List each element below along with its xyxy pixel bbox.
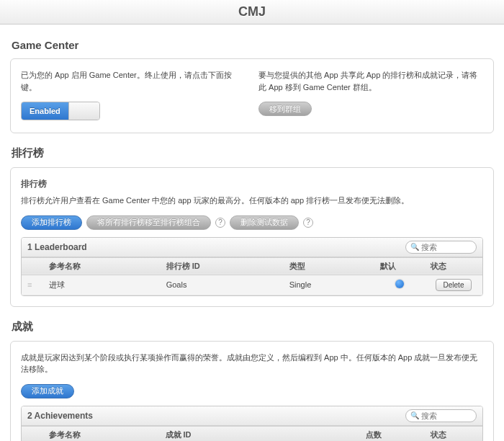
delete-test-data-button[interactable]: 删除测试数据 — [230, 215, 299, 230]
move-all-to-combo-button[interactable]: 将所有排行榜移至排行榜组合 — [86, 215, 211, 230]
achievements-search[interactable]: 🔍 — [405, 409, 477, 422]
gamecenter-panel: 已为您的 App 启用 Game Center。终止使用，请点击下面按键。 En… — [10, 58, 494, 133]
default-radio-icon[interactable] — [395, 280, 404, 288]
achievements-section-title: 成就 — [12, 320, 494, 334]
gamecenter-left-col: 已为您的 App 启用 Game Center。终止使用，请点击下面按键。 En… — [21, 69, 246, 122]
lb-col-default: 默认 — [374, 257, 425, 275]
help-icon[interactable]: ? — [215, 218, 225, 228]
lb-col-type: 类型 — [284, 257, 374, 275]
page-title: CMJ — [0, 4, 504, 19]
leaderboards-table-title: 1 Leaderboard — [27, 242, 87, 252]
header-bar: CMJ — [0, 0, 504, 24]
achievements-panel-desc: 成就是玩家因达到某个阶段或执行某项操作而赢得的荣誉。成就由您定义，然后编程到 A… — [21, 352, 483, 375]
page-content: Game Center 已为您的 App 启用 Game Center。终止使用… — [0, 24, 504, 441]
leaderboards-button-row: 添加排行榜 将所有排行榜移至排行榜组合 ? 删除测试数据 ? — [21, 215, 483, 230]
achievements-panel: 成就是玩家因达到某个阶段或执行某项操作而赢得的荣誉。成就由您定义，然后编程到 A… — [10, 341, 494, 442]
gamecenter-section-title: Game Center — [12, 39, 494, 51]
toggle-enabled-label: Enabled — [22, 102, 68, 120]
table-row[interactable]: ≡ 进球 Goals Single Delete — [22, 275, 482, 295]
leaderboards-section-title: 排行榜 — [12, 146, 494, 160]
delete-button[interactable]: Delete — [436, 279, 472, 291]
gamecenter-left-desc: 已为您的 App 启用 Game Center。终止使用，请点击下面按键。 — [21, 69, 246, 93]
toggle-knob — [68, 102, 99, 120]
achievements-search-input[interactable] — [421, 411, 472, 420]
ach-col-refname: 参考名称 — [43, 426, 160, 441]
add-achievement-button[interactable]: 添加成就 — [21, 384, 74, 398]
gamecenter-right-desc: 要与您提供的其他 App 共享此 App 的排行榜和成就记录，请将此 App 移… — [258, 69, 483, 93]
ach-col-id: 成就 ID — [160, 426, 361, 441]
add-leaderboard-button[interactable]: 添加排行榜 — [21, 215, 82, 230]
lb-cell-type: Single — [284, 275, 374, 295]
lb-col-status: 状态 — [425, 257, 482, 275]
leaderboards-search[interactable]: 🔍 — [405, 241, 477, 254]
leaderboards-table-panel: 1 Leaderboard 🔍 参考名称 排行榜 ID 类型 默认 状态 — [21, 237, 483, 296]
achievements-button-row: 添加成就 — [21, 384, 483, 398]
leaderboards-table: 参考名称 排行榜 ID 类型 默认 状态 ≡ 进球 Goals Single — [22, 257, 482, 295]
lb-cell-refname: 进球 — [43, 275, 161, 295]
leaderboards-table-title-row: 1 Leaderboard 🔍 — [22, 238, 482, 257]
achievements-table: 参考名称 成就 ID 点数 状态 ≡ 金靴奖 AdidasGoldBoot 10… — [22, 426, 482, 442]
drag-handle-icon[interactable]: ≡ — [27, 282, 32, 287]
gamecenter-toggle[interactable]: Enabled — [21, 102, 100, 120]
search-icon: 🔍 — [410, 243, 419, 251]
leaderboards-search-input[interactable] — [421, 243, 472, 251]
lb-col-id: 排行榜 ID — [161, 257, 284, 275]
ach-col-status: 状态 — [425, 426, 482, 441]
achievements-table-title-row: 2 Achievements 🔍 — [22, 406, 482, 426]
leaderboards-panel: 排行榜 排行榜允许用户查看在 Game Center 中您的 app 玩家的最高… — [10, 167, 494, 307]
ach-col-points: 点数 — [360, 426, 425, 441]
leaderboards-panel-title: 排行榜 — [21, 178, 483, 190]
gamecenter-right-col: 要与您提供的其他 App 共享此 App 的排行榜和成就记录，请将此 App 移… — [258, 69, 483, 122]
leaderboards-panel-desc: 排行榜允许用户查看在 Game Center 中您的 app 玩家的最高分。任何… — [21, 195, 483, 207]
move-to-group-button[interactable]: 移到群组 — [258, 102, 312, 116]
achievements-table-panel: 2 Achievements 🔍 参考名称 成就 ID 点数 状态 — [21, 406, 483, 442]
lb-cell-id: Goals — [161, 275, 284, 295]
achievements-table-title: 2 Achievements — [27, 411, 93, 421]
search-icon: 🔍 — [410, 411, 419, 419]
lb-col-refname: 参考名称 — [43, 257, 161, 275]
help-icon[interactable]: ? — [303, 218, 313, 228]
